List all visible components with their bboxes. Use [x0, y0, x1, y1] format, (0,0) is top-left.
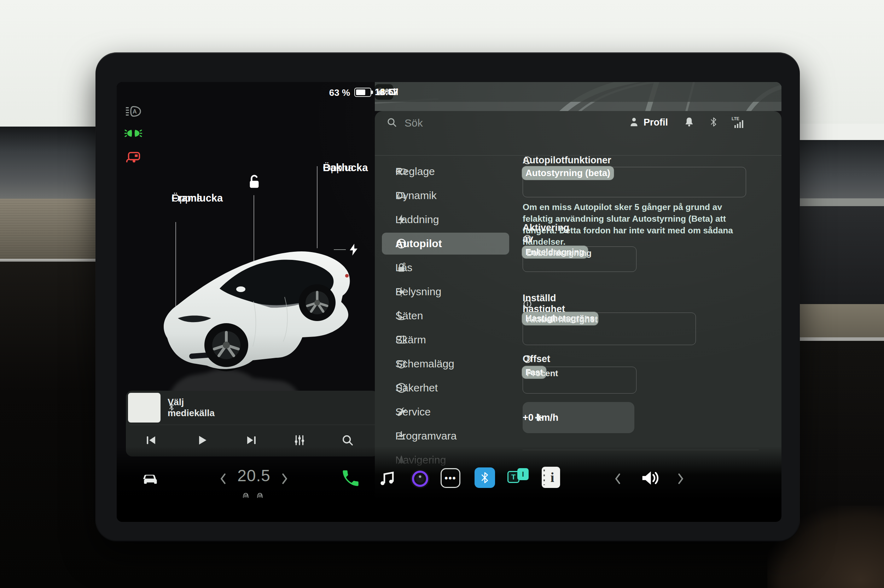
sidebar-item-belysning[interactable]: Belysning [382, 281, 509, 303]
defrost-rear-icon[interactable] [255, 492, 264, 499]
svg-text:LTE: LTE [732, 116, 739, 121]
sidebar-item-s-kerhet[interactable]: Säkerhet [382, 377, 509, 399]
owners-manual-icon[interactable]: i [542, 467, 560, 488]
sidebar-item-label: Programvara [395, 430, 456, 442]
sidebar-item-label: Dynamik [395, 189, 437, 201]
volume-speaker-icon[interactable] [639, 467, 661, 489]
status-bar: Profil SOS 12:57 18°C [375, 82, 782, 102]
offset-stepper: − +0 km/h + [522, 402, 634, 433]
temp-down-chevron-icon[interactable] [219, 472, 228, 486]
increase-button[interactable]: + [522, 411, 554, 424]
unlocked-icon[interactable] [246, 173, 263, 191]
album-art-placeholder[interactable] [128, 393, 161, 423]
sidebar-item-l-s[interactable]: Lås [382, 257, 509, 279]
autopilot-functions-toggle: Adaptiv farthållareAutostyrning (beta) [522, 167, 746, 197]
media-search-button[interactable] [341, 434, 354, 447]
trailer-mode-icon [124, 148, 144, 165]
info-icon[interactable] [522, 156, 532, 165]
sidebar-item-reglage[interactable]: Reglage [382, 160, 509, 183]
offset-toggle: FastProcent [522, 367, 636, 393]
volume-up-chevron-icon[interactable] [676, 472, 685, 486]
sidebar-item-label: Schemalägg [395, 358, 454, 370]
tesla-dashboard-photo: 63 % A Öppna Framlucka Öppna Baklucka [0, 0, 884, 588]
sidebar-item-laddning[interactable]: Laddning [382, 208, 509, 231]
option-procent[interactable]: Procent [523, 367, 561, 380]
notifications-bell-icon[interactable] [683, 116, 695, 128]
sidebar-item-label: Laddning [395, 213, 439, 226]
sidebar-item-label: Säkerhet [395, 382, 438, 394]
battery-status: 63 % [269, 86, 375, 100]
battery-icon [354, 88, 371, 97]
sidebar-item-autopilot[interactable]: Autopilot [382, 232, 509, 255]
play-button[interactable] [195, 434, 209, 447]
sidebar-item-label: Säten [395, 310, 423, 322]
bluetooth-icon[interactable] [708, 116, 719, 128]
outside-temperature: 18°C [375, 87, 395, 98]
bluetooth-app-icon[interactable] [474, 467, 495, 488]
sidebar-item-schemal-gg[interactable]: Schemalägg [382, 353, 509, 375]
settings-sidebar: ReglageDynamikLaddningAutopilotLåsBelysn… [375, 160, 516, 479]
set-speed-toggle: HastighetsgränsAktuell hastighet [522, 313, 696, 345]
search-input[interactable]: Sök [405, 117, 423, 129]
touchscreen-bezel: 63 % A Öppna Framlucka Öppna Baklucka [96, 52, 800, 542]
sidebar-item-programvara[interactable]: Programvara [382, 425, 509, 447]
svg-text:A: A [133, 108, 137, 114]
sidebar-item-s-ten[interactable]: Säten [382, 305, 509, 327]
sidebar-item-label: Lås [395, 262, 412, 274]
car-controls-icon[interactable] [139, 468, 160, 489]
info-icon[interactable] [522, 234, 532, 244]
info-icon[interactable] [522, 354, 532, 364]
next-track-button[interactable] [245, 434, 258, 447]
vehicle-3d-render[interactable] [136, 213, 359, 398]
equalizer-button[interactable] [293, 434, 306, 447]
phone-icon[interactable] [340, 468, 361, 489]
sidebar-item-label: Reglage [395, 165, 435, 177]
defrost-front-icon[interactable] [241, 492, 251, 499]
activation-toggle: EnkeldragningDubbeldragning [522, 246, 636, 272]
option-aktuell-hastighet[interactable]: Aktuell hastighet [523, 313, 601, 326]
battery-percent: 63 % [304, 87, 350, 98]
bottom-dock: 20.5 ••• T I [117, 446, 782, 522]
touchscreen-display: 63 % A Öppna Framlucka Öppna Baklucka [117, 82, 782, 522]
media-divider [129, 424, 375, 425]
media-source-label: Välj mediekälla [168, 397, 215, 418]
sidebar-item-label: Skärm [395, 334, 426, 346]
toybox-app-icon[interactable]: T I [507, 468, 531, 488]
option-dubbeldragning[interactable]: Dubbeldragning [523, 247, 595, 260]
cellular-signal-icon: LTE [726, 115, 746, 129]
sidebar-item-label: Belysning [395, 286, 441, 298]
parking-lights-icon [123, 125, 144, 141]
temp-up-chevron-icon[interactable] [280, 472, 289, 486]
volume-down-chevron-icon[interactable] [613, 472, 622, 486]
sidebar-item-sk-rm[interactable]: Skärm [382, 329, 509, 351]
option-autostyrning-beta-[interactable]: Autostyrning (beta) [522, 166, 614, 180]
profile-label[interactable]: Profil [644, 117, 668, 128]
previous-track-button[interactable] [144, 434, 158, 447]
sidebar-item-dynamik[interactable]: Dynamik [382, 184, 509, 207]
music-icon[interactable] [376, 468, 397, 489]
more-apps-button[interactable]: ••• [441, 468, 461, 488]
info-icon[interactable] [522, 299, 532, 309]
sidebar-item-label: Autopilot [395, 238, 442, 250]
dashcam-lens-icon[interactable] [410, 468, 431, 489]
sidebar-item-service[interactable]: Service [382, 401, 509, 423]
sidebar-item-label: Service [395, 406, 431, 418]
cabin-temperature[interactable]: 20.5 [229, 466, 279, 485]
profile-icon[interactable] [628, 116, 640, 128]
search-icon[interactable] [386, 117, 398, 128]
auto-highbeam-icon: A [123, 103, 144, 120]
